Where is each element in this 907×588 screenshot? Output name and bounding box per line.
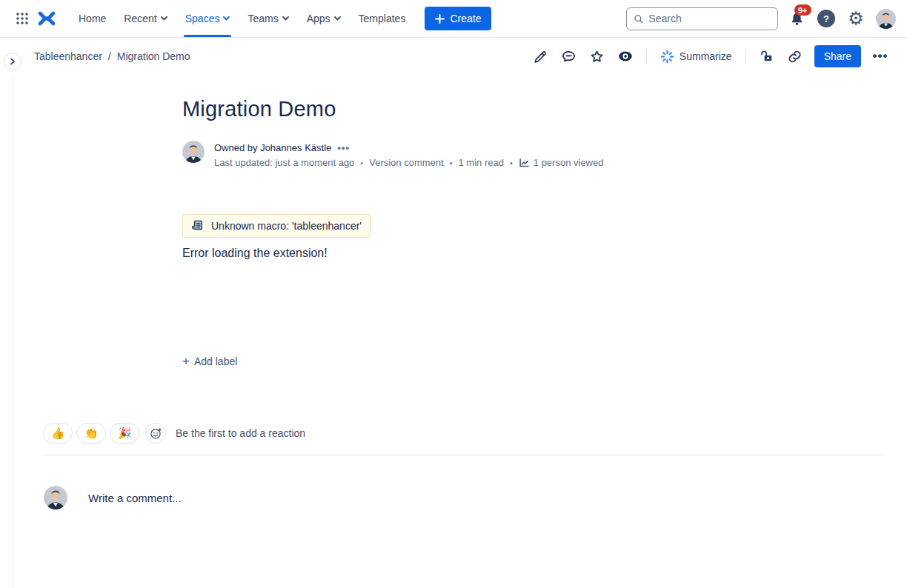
page-header-row: Tableenhancer / Migration Demo <box>0 38 907 75</box>
notifications-button[interactable]: 9+ <box>785 7 808 30</box>
toolbar-divider <box>745 49 746 64</box>
analytics-viewers-button[interactable]: 1 person viewed <box>519 156 604 170</box>
smiley-add-icon <box>150 427 162 440</box>
page-toolbar: Summarize Share ••• <box>529 44 892 68</box>
version-comment-link[interactable]: Version comment <box>369 156 443 170</box>
clap-emoji: 👏 <box>84 427 99 440</box>
commenter-avatar <box>44 486 67 510</box>
expand-sidebar-button[interactable] <box>4 53 21 70</box>
chevron-down-icon <box>334 16 341 21</box>
edit-button[interactable] <box>529 44 553 68</box>
add-label-text: Add label <box>194 355 237 367</box>
favorite-star-button[interactable] <box>585 44 609 68</box>
create-button-label: Create <box>450 13 481 24</box>
page-content: Migration Demo Owned by Johannes Kästle … <box>0 97 907 510</box>
dot-separator: • <box>510 156 513 170</box>
breadcrumb-page-link[interactable]: Migration Demo <box>117 50 190 62</box>
owner-more-button[interactable]: ••• <box>337 141 350 156</box>
settings-button[interactable]: ⚙ <box>845 7 867 30</box>
nav-item-label: Teams <box>247 13 278 24</box>
dot-separator: • <box>360 156 363 170</box>
search-icon <box>634 13 643 24</box>
toolbar-divider <box>646 49 647 64</box>
nav-item-label: Recent <box>124 13 156 24</box>
reactions-bar: 👍 👏 🎉 Be the first to add a reaction <box>0 423 907 444</box>
ai-sparkle-icon <box>660 50 674 64</box>
search-box[interactable] <box>626 7 778 30</box>
share-button[interactable]: Share <box>814 45 861 67</box>
analytics-chart-icon <box>519 158 530 168</box>
unknown-macro-text: Unknown macro: 'tableenhancer' <box>211 220 362 232</box>
dot-separator: • <box>450 156 453 170</box>
viewers-count-text: 1 person viewed <box>534 156 604 170</box>
byline: Owned by Johannes Kästle ••• Last update… <box>182 141 818 170</box>
star-icon <box>589 49 605 64</box>
user-avatar <box>876 9 896 29</box>
copy-link-button[interactable] <box>783 44 807 68</box>
chevron-right-icon <box>9 58 16 65</box>
top-navigation-bar: Home Recent Spaces Teams Apps Templates … <box>0 0 907 38</box>
reaction-party-button[interactable]: 🎉 <box>110 423 139 444</box>
owner-avatar[interactable] <box>182 141 205 163</box>
eye-icon <box>617 48 634 64</box>
macro-scroll-icon <box>191 219 205 233</box>
help-button[interactable]: ? <box>815 7 837 30</box>
reaction-prompt-text: Be the first to add a reaction <box>176 427 305 439</box>
plus-icon: + <box>182 355 190 367</box>
comments-button[interactable] <box>557 44 581 68</box>
pencil-icon <box>533 49 548 64</box>
summarize-button[interactable]: Summarize <box>656 46 737 67</box>
reaction-clap-button[interactable]: 👏 <box>76 423 106 444</box>
nav-item-label: Spaces <box>185 13 220 24</box>
chevron-down-icon <box>282 16 289 21</box>
nav-item-label: Templates <box>359 13 406 24</box>
comments-divider <box>43 455 885 455</box>
nav-item-teams[interactable]: Teams <box>239 0 297 37</box>
confluence-logo-icon[interactable] <box>34 7 59 30</box>
add-label-button[interactable]: + Add label <box>182 355 237 367</box>
create-button[interactable]: Create <box>425 7 491 30</box>
last-updated-text[interactable]: Last updated: just a moment ago <box>214 156 354 170</box>
app-switcher-icon[interactable] <box>10 7 34 30</box>
primary-nav: Home Recent Spaces Teams Apps Templates <box>70 0 414 37</box>
thumbs-up-emoji: 👍 <box>51 427 65 440</box>
profile-button[interactable] <box>874 7 897 30</box>
breadcrumb-separator: / <box>108 50 111 62</box>
breadcrumb-space-link[interactable]: Tableenhancer <box>34 50 102 62</box>
reaction-thumbs-up-button[interactable]: 👍 <box>43 423 73 444</box>
unknown-macro-banner: Unknown macro: 'tableenhancer' <box>182 214 371 238</box>
nav-item-label: Apps <box>307 13 330 24</box>
nav-item-templates[interactable]: Templates <box>350 0 415 37</box>
topnav-right-cluster: 9+ ? ⚙ <box>626 7 897 30</box>
nav-item-spaces[interactable]: Spaces <box>176 0 239 37</box>
owned-by-text[interactable]: Owned by Johannes Kästle <box>214 141 331 156</box>
link-icon <box>787 49 803 64</box>
chevron-down-icon <box>161 16 167 21</box>
party-popper-emoji: 🎉 <box>118 427 132 440</box>
nav-item-home[interactable]: Home <box>70 0 115 37</box>
search-input[interactable] <box>648 13 771 24</box>
comment-composer[interactable]: Write a comment... <box>0 486 907 510</box>
breadcrumb: Tableenhancer / Migration Demo <box>34 50 190 62</box>
notification-badge: 9+ <box>794 4 811 16</box>
read-time-text: 1 min read <box>459 156 504 170</box>
chevron-down-icon <box>223 16 230 21</box>
ellipsis-icon: ••• <box>873 49 888 64</box>
page-title: Migration Demo <box>182 97 818 121</box>
restrictions-button[interactable] <box>755 44 779 68</box>
summarize-label: Summarize <box>680 50 732 62</box>
plus-icon <box>435 14 445 24</box>
more-actions-button[interactable]: ••• <box>868 44 892 68</box>
add-reaction-button[interactable] <box>145 423 166 444</box>
nav-item-apps[interactable]: Apps <box>298 0 350 37</box>
nav-item-label: Home <box>79 13 106 24</box>
gear-icon: ⚙ <box>848 10 864 27</box>
watch-button[interactable] <box>614 44 637 68</box>
nav-item-recent[interactable]: Recent <box>115 0 176 37</box>
comment-input-placeholder[interactable]: Write a comment... <box>88 492 182 504</box>
question-mark-icon: ? <box>817 10 835 27</box>
comment-bubble-icon <box>561 49 577 64</box>
unlock-icon <box>760 49 774 64</box>
extension-error-text: Error loading the extension! <box>182 247 818 260</box>
